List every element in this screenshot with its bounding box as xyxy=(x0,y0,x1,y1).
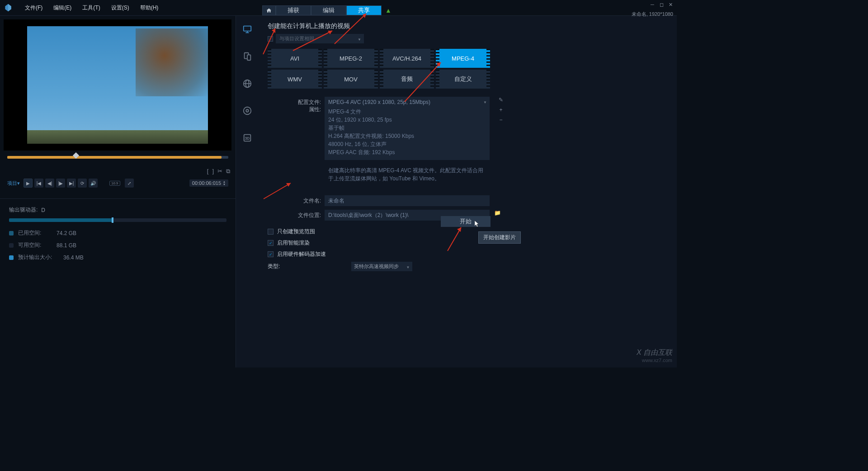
prev-button[interactable]: |◀ xyxy=(34,179,43,188)
start-tooltip: 开始创建影片 xyxy=(478,231,521,244)
attr-description: 创建高比特率的高清 MPEG-4 AVC 视频文件。此配置文件适合用于上传至流媒… xyxy=(325,164,490,185)
mark-out-button[interactable]: ] xyxy=(212,168,214,175)
svg-text:3D: 3D xyxy=(245,137,250,141)
hw-decode-checkbox[interactable] xyxy=(268,251,274,257)
preview-area: [ ] ✂ ⧉ 项目▾ ▶ |◀ ◀| |▶ ▶| ⟳ 🔊 16:9 ⤢ 0 xyxy=(0,16,236,195)
menu-edit[interactable]: 编辑(E) xyxy=(48,4,77,12)
svg-rect-4 xyxy=(247,55,250,60)
preview-only-label: 只创建预览范围 xyxy=(277,228,315,236)
disk-panel: 输出驱动器: D 已用空间: 74.2 GB 可用空间: 88.1 GB 预计输… xyxy=(0,198,236,273)
menu-tools[interactable]: 工具(T) xyxy=(77,4,105,12)
add-profile-icon[interactable]: + xyxy=(497,107,505,113)
side-icons: 3D xyxy=(236,16,259,367)
loop-button[interactable]: ⟳ xyxy=(78,179,87,188)
app-logo-icon xyxy=(4,3,13,12)
scrubber[interactable] xyxy=(7,156,228,164)
expand-button[interactable]: ⤢ xyxy=(125,179,134,188)
maximize-button[interactable]: ◻ xyxy=(660,2,664,6)
free-label: 可用空间: xyxy=(18,241,52,249)
top-tabs: 捕获 编辑 共享 ▲ xyxy=(262,5,392,15)
start-button[interactable]: 开始 xyxy=(441,216,491,227)
svg-rect-0 xyxy=(244,26,251,31)
step-fwd-button[interactable]: |▶ xyxy=(56,179,65,188)
playback-controls: 项目▾ ▶ |◀ ◀| |▶ ▶| ⟳ 🔊 16:9 ⤢ 00:00:06:01… xyxy=(4,175,232,191)
watermark: X 自由互联 www.xz7.com xyxy=(637,348,672,363)
svg-point-9 xyxy=(246,109,249,112)
smart-render-checkbox[interactable] xyxy=(268,240,274,246)
cut-icon[interactable]: ✂ xyxy=(217,168,222,175)
format-mov[interactable]: MOV xyxy=(324,70,378,89)
preview-frame xyxy=(4,19,231,151)
right-panel: 3D 创建能在计算机上播放的视频 与项目设置相同 ▼ AVI MPEG-2 AV… xyxy=(236,16,677,367)
tab-share[interactable]: 共享 xyxy=(346,5,382,15)
used-color-icon xyxy=(9,231,14,236)
menu-settings[interactable]: 设置(S) xyxy=(106,4,135,12)
free-color-icon xyxy=(9,243,14,248)
type-label: 类型: xyxy=(268,263,280,270)
browse-folder-icon[interactable]: 📁 xyxy=(493,210,501,216)
menu-file[interactable]: 文件(F) xyxy=(19,4,48,12)
drive-value: D xyxy=(41,207,45,213)
web-icon[interactable] xyxy=(240,76,255,91)
edit-profile-icon[interactable]: ✎ xyxy=(497,97,505,103)
menu-help[interactable]: 帮助(H) xyxy=(135,4,164,12)
disc-icon[interactable] xyxy=(240,104,255,118)
preview-only-checkbox[interactable] xyxy=(268,229,274,235)
location-label: 文件位置: xyxy=(290,210,321,219)
svg-point-8 xyxy=(244,107,251,115)
same-as-project-checkbox[interactable] xyxy=(268,36,273,42)
format-avc[interactable]: AVC/H.264 xyxy=(380,49,434,68)
preview-image xyxy=(27,26,208,144)
remove-profile-icon[interactable]: − xyxy=(497,117,505,123)
upload-icon[interactable]: ▲ xyxy=(385,7,392,14)
format-grid: AVI MPEG-2 AVC/H.264 MPEG-4 WMV MOV 音频 自… xyxy=(268,49,668,89)
timecode[interactable]: 00:00:06:015 ▲▼ xyxy=(189,179,228,187)
volume-button[interactable]: 🔊 xyxy=(89,179,98,188)
project-label: 项目▾ xyxy=(7,180,20,187)
device-icon[interactable] xyxy=(240,49,255,64)
tab-capture[interactable]: 捕获 xyxy=(276,5,311,15)
profile-select[interactable]: MPEG-4 AVC (1920 x 1080, 25p, 15Mbps) ▼ xyxy=(325,97,490,108)
step-back-button[interactable]: ◀| xyxy=(45,179,54,188)
aspect-ratio[interactable]: 16:9 xyxy=(109,181,120,186)
format-avi[interactable]: AVI xyxy=(268,49,322,68)
format-audio[interactable]: 音频 xyxy=(380,70,434,89)
home-icon xyxy=(266,8,272,13)
check-area: 只创建预览范围 启用智能渲染 启用硬件解码器加速 类型: 英特尔高速视频同步 ▼ xyxy=(268,228,668,271)
cursor-icon xyxy=(475,221,480,228)
project-settings-select[interactable]: 与项目设置相同 ▼ xyxy=(276,34,364,43)
3d-icon[interactable]: 3D xyxy=(240,131,255,145)
format-custom[interactable]: 自定义 xyxy=(436,70,490,89)
hw-decode-label: 启用硬件解码器加速 xyxy=(277,250,326,258)
next-button[interactable]: ▶| xyxy=(67,179,76,188)
format-mpeg2[interactable]: MPEG-2 xyxy=(324,49,378,68)
mark-in-button[interactable]: [ xyxy=(207,168,209,175)
output-label: 预计输出大小: xyxy=(18,254,59,261)
smart-render-label: 启用智能渲染 xyxy=(277,239,310,247)
used-label: 已用空间: xyxy=(18,229,52,237)
type-select[interactable]: 英特尔高速视频同步 ▼ xyxy=(351,262,412,271)
free-value: 88.1 GB xyxy=(57,242,76,249)
attr-label: 属性: xyxy=(290,104,321,113)
tab-edit[interactable]: 编辑 xyxy=(311,5,346,15)
format-wmv[interactable]: WMV xyxy=(268,70,322,89)
disk-usage-bar xyxy=(9,218,226,222)
filename-label: 文件名: xyxy=(290,195,321,205)
window-controls: ─ ◻ ✕ xyxy=(651,2,673,6)
format-mpeg4[interactable]: MPEG-4 xyxy=(436,49,490,68)
section-title: 创建能在计算机上播放的视频 xyxy=(268,22,668,30)
tab-home[interactable] xyxy=(262,5,276,15)
computer-icon[interactable] xyxy=(240,22,255,37)
left-panel: [ ] ✂ ⧉ 项目▾ ▶ |◀ ◀| |▶ ▶| ⟳ 🔊 16:9 ⤢ 0 xyxy=(0,16,236,367)
output-color-icon xyxy=(9,255,14,260)
minimize-button[interactable]: ─ xyxy=(651,2,655,6)
copy-icon[interactable]: ⧉ xyxy=(226,168,230,175)
used-value: 74.2 GB xyxy=(57,230,76,236)
content: 创建能在计算机上播放的视频 与项目设置相同 ▼ AVI MPEG-2 AVC/H… xyxy=(259,16,677,367)
close-button[interactable]: ✕ xyxy=(669,2,673,6)
play-button[interactable]: ▶ xyxy=(24,179,33,188)
filename-input[interactable] xyxy=(325,195,490,206)
drive-label: 输出驱动器: xyxy=(9,206,38,214)
attr-box: MPEG-4 文件 24 位, 1920 x 1080, 25 fps 基于帧 … xyxy=(325,104,490,160)
project-info: 未命名, 1920*1080 xyxy=(632,11,673,18)
